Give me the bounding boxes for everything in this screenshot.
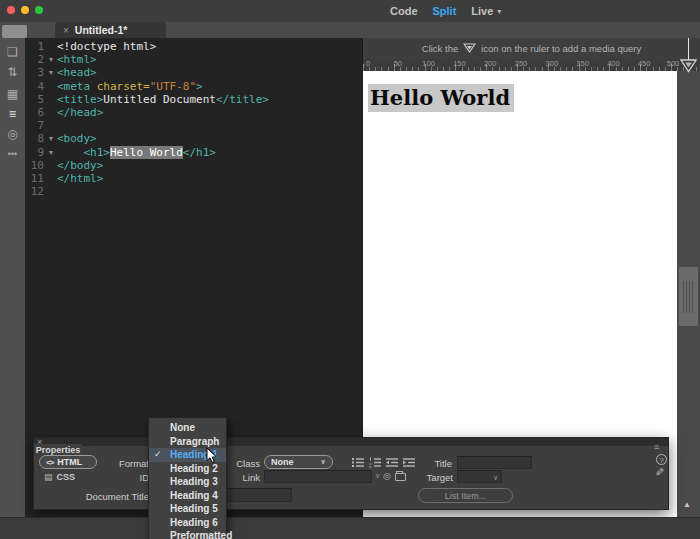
class-dropdown[interactable]: None ∨ [264, 455, 333, 469]
viewport-resize-scrubber[interactable] [679, 267, 698, 326]
title-input[interactable] [457, 456, 532, 469]
title-label: Title [402, 458, 452, 469]
target-label: Target [402, 472, 453, 483]
file-management-icon[interactable]: ⇅ [4, 64, 21, 80]
media-query-icon [463, 43, 476, 54]
dreamweaver-window: Code Split Live ▾ × Untitled-1* ❏ ⇅ ▦ ≡ … [0, 0, 700, 539]
chevron-down-icon: ∨ [493, 474, 498, 482]
format-label: Format [94, 458, 149, 469]
ordered-list-icon[interactable] [369, 457, 381, 468]
code-angle-icon: <> [46, 458, 53, 467]
media-query-marker-icon[interactable] [680, 59, 697, 73]
css-properties-button[interactable]: ▤ CSS [44, 470, 94, 483]
format-dropdown-menu: None Paragraph ✓ Heading 1 Heading 2 Hea… [148, 417, 227, 539]
open-documents-icon[interactable]: ❏ [4, 44, 21, 60]
checkmark-icon: ✓ [154, 448, 162, 462]
document-title-label: Document Title [74, 491, 149, 502]
outdent-icon[interactable] [386, 457, 398, 468]
code-view-button[interactable]: Code [390, 5, 418, 17]
titlebar: Code Split Live ▾ [0, 0, 700, 22]
properties-panel: × Properties ≡ <> HTML ▤ CSS Format ID C… [33, 437, 669, 510]
quick-edit-icon[interactable]: ✎ [655, 466, 664, 479]
fold-arrow-icon[interactable]: ▾ [46, 66, 56, 79]
view-mode-switcher: Code Split Live ▾ [390, 0, 501, 22]
chevron-down-icon[interactable]: ∨ [375, 472, 380, 480]
close-tab-icon[interactable]: × [63, 25, 69, 36]
point-to-file-icon[interactable]: ◎ [383, 471, 391, 481]
tabbar-stub [2, 25, 27, 38]
id-label: ID [94, 472, 149, 483]
toolbar-sidebar: ❏ ⇅ ▦ ≡ ◎ ••• [0, 38, 25, 517]
link-input[interactable] [264, 470, 372, 483]
mouse-cursor-icon [206, 447, 218, 464]
scroll-up-icon[interactable]: ▲ [683, 500, 691, 509]
close-window-button[interactable] [7, 6, 15, 14]
html-properties-button[interactable]: <> HTML [39, 455, 97, 469]
grip-lines-icon [683, 281, 694, 313]
unordered-list-icon[interactable] [352, 457, 364, 468]
document-tab-title: Untitled-1* [75, 24, 128, 36]
target-dropdown[interactable]: ∨ [457, 470, 502, 483]
code-text[interactable]: <!doctype html> <html> <head> <meta char… [57, 40, 269, 198]
menu-item-heading5[interactable]: Heading 5 [149, 502, 226, 516]
panel-header[interactable] [34, 438, 668, 446]
media-query-hint-bar: Click the icon on the ruler to add a med… [363, 38, 700, 59]
chevron-down-icon: ∨ [320, 458, 326, 466]
more-options-icon[interactable]: ••• [4, 146, 21, 162]
help-icon[interactable]: ? [656, 454, 667, 465]
selected-code-text: Hello World [110, 146, 183, 159]
split-view-button[interactable]: Split [433, 5, 457, 17]
fold-arrow-icon[interactable]: ▾ [46, 53, 56, 66]
line-number-gutter: 12 34 56 78 910 1112 [28, 40, 44, 198]
css-designer-icon[interactable]: ▦ [4, 86, 21, 102]
minimize-window-button[interactable] [21, 6, 29, 14]
fold-arrow-icon[interactable]: ▾ [46, 146, 56, 159]
css-panel-icon: ▤ [44, 472, 53, 482]
fold-arrow-icon[interactable]: ▾ [46, 132, 56, 145]
menu-item-preformatted[interactable]: Preformatted [149, 529, 226, 539]
status-bar: body h1 ✓ HTML ∨ 524 x 717 ∨ INS 9:9 [0, 517, 700, 539]
menu-item-none[interactable]: None [149, 421, 226, 435]
document-tab[interactable]: × Untitled-1* [55, 22, 166, 38]
live-view-button[interactable]: Live ▾ [471, 5, 501, 17]
chevron-down-icon: ▾ [497, 7, 501, 16]
format-source-icon[interactable]: ≡ [4, 106, 21, 122]
design-view-heading[interactable]: Hello World [368, 84, 514, 112]
dom-panel-icon[interactable]: ◎ [4, 126, 21, 142]
menu-item-heading4[interactable]: Heading 4 [149, 489, 226, 503]
panel-menu-icon[interactable]: ≡ [654, 442, 659, 452]
menu-item-heading3[interactable]: Heading 3 [149, 475, 226, 489]
list-item-button[interactable]: List Item... [418, 488, 513, 503]
menu-item-paragraph[interactable]: Paragraph [149, 435, 226, 449]
zoom-window-button[interactable] [35, 6, 43, 14]
menu-item-heading6[interactable]: Heading 6 [149, 516, 226, 530]
